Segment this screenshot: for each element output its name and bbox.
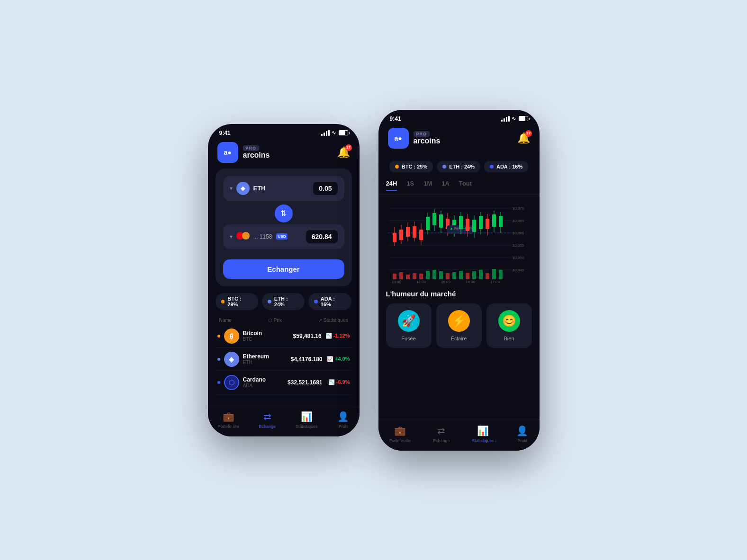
svg-rect-13 [393, 233, 396, 242]
dot-eth-right [442, 165, 446, 169]
col-stats: ↗ Statistiques [318, 318, 348, 323]
left-phone: 9:41 ∿ a● PRO arcoins [208, 124, 360, 436]
nav-echange-left[interactable]: ⇄ Echange [259, 411, 276, 429]
pill-eth-right[interactable]: ETH : 24% [437, 161, 480, 172]
svg-rect-49 [499, 216, 503, 227]
pill-ada-label: ADA : 16% [321, 296, 346, 307]
from-coin-label: ETH [253, 185, 266, 192]
from-amount[interactable]: 0.05 [313, 182, 337, 195]
table-row[interactable]: ◈ Ethereum ETH $4,4176.180 📈 +4.0% [216, 348, 352, 371]
svg-rect-17 [406, 227, 410, 237]
to-currency-row[interactable]: ▾ ... 1158 USD 620.84 [223, 224, 344, 249]
tab-1s[interactable]: 1S [406, 180, 414, 191]
bitcoin-price: $59,481.16 [284, 333, 322, 339]
nav-portefeuille-right[interactable]: 💼 Portefeuille [389, 425, 411, 443]
battery-icon [339, 130, 348, 135]
wallet-icon: 💼 [223, 411, 234, 422]
app-name-right: arcoins [414, 137, 441, 145]
nav-profil-left[interactable]: 👤 Profil [337, 411, 349, 429]
logo-text-right: PRO arcoins [414, 131, 441, 145]
nav-stats-right[interactable]: 📊 Statistiques [472, 425, 494, 443]
cardano-ticker: ADA [243, 383, 281, 388]
svg-rect-67 [499, 270, 503, 279]
mastercard-icon [236, 232, 250, 241]
logo-area-right: a● PRO arcoins [388, 128, 441, 149]
bitcoin-info: Bitcoin BTC [243, 330, 280, 342]
nav-label-echange: Echange [433, 438, 450, 443]
svg-rect-62 [466, 273, 469, 279]
nav-profil-right[interactable]: 👤 Profil [516, 425, 528, 443]
table-row[interactable]: ₿ Bitcoin BTC $59,481.16 📉 -1.12% [216, 325, 352, 348]
cardano-info: Cardano ADA [243, 376, 281, 388]
svg-rect-52 [399, 272, 403, 279]
svg-rect-55 [419, 274, 423, 279]
table-row[interactable]: ⬡ Cardano ADA $32,521.1681 📉 -6.9% [216, 371, 352, 394]
nav-echange-right[interactable]: ⇄ Echange [433, 425, 450, 443]
mood-card-eclair[interactable]: ⚡ Éclaire [436, 303, 482, 348]
notification-button-left[interactable]: 🔔 17 [337, 146, 350, 159]
tab-1m[interactable]: 1M [423, 180, 432, 191]
pill-eth-label-right: ETH : 24% [449, 164, 475, 169]
pill-btc-right[interactable]: BTC : 29% [389, 161, 433, 172]
bitcoin-ticker: BTC [243, 337, 280, 342]
svg-rect-54 [413, 273, 416, 279]
status-time-left: 9:41 [219, 130, 231, 136]
status-bar-left: 9:41 ∿ [208, 124, 360, 138]
currency-flag: USD [276, 233, 288, 240]
from-currency-row[interactable]: ▾ ◈ ETH 0.05 [223, 176, 344, 201]
ethereum-info: Ethereum ETH [243, 353, 281, 365]
pill-eth[interactable]: ETH : 24% [262, 293, 305, 310]
nav-portefeuille-left[interactable]: 💼 Portefeuille [217, 411, 239, 429]
ethereum-logo: ◈ [224, 352, 239, 367]
svg-rect-61 [459, 271, 463, 279]
svg-rect-41 [472, 220, 476, 232]
svg-rect-66 [492, 269, 496, 279]
status-icons-right: ∿ [501, 116, 528, 122]
nav-stats-left[interactable]: 📊 Statistiques [296, 411, 318, 429]
status-bar-right: 9:41 ∿ [378, 110, 540, 124]
svg-rect-23 [426, 217, 430, 230]
profile-icon-right: 👤 [516, 425, 528, 436]
time-tabs: 24H 1S 1M 1A Tout [378, 176, 540, 195]
tab-24h[interactable]: 24H [386, 180, 397, 191]
svg-rect-59 [446, 273, 450, 279]
pill-btc[interactable]: BTC : 29% [216, 293, 259, 310]
pill-btc-label: BTC : 29% [227, 296, 252, 307]
mood-card-bien[interactable]: 😊 Bien [486, 303, 532, 348]
to-amount[interactable]: 620.84 [306, 230, 338, 243]
dot-ada [314, 300, 318, 303]
pill-eth-label: ETH : 24% [274, 296, 299, 307]
dot-btc-right [395, 165, 399, 169]
crypto-table: Name ⬡ Prix ↗ Statistiques ₿ Bitcoin BTC… [208, 314, 360, 396]
stats-icon-left: 📊 [301, 411, 313, 422]
pro-badge-right: PRO [414, 131, 430, 137]
svg-text:$0,060: $0,060 [513, 231, 524, 235]
exchange-button[interactable]: Echanger [223, 259, 344, 279]
chevron-down-icon: ▾ [230, 185, 233, 192]
pill-ada-right[interactable]: ADA : 16% [484, 161, 528, 172]
stats-icon-right: 📊 [477, 425, 489, 436]
notification-button-right[interactable]: 🔔 17 [517, 132, 530, 144]
bitcoin-logo: ₿ [224, 329, 239, 344]
col-name: Name [219, 318, 232, 323]
eclair-icon: ⚡ [448, 310, 470, 332]
tab-tout[interactable]: Tout [459, 180, 472, 191]
cardano-logo: ⬡ [224, 375, 239, 390]
svg-text:$0,070: $0,070 [513, 206, 524, 211]
mood-cards: 🚀 Fusée ⚡ Éclaire 😊 Bien [386, 303, 532, 348]
battery-icon-right [519, 116, 528, 121]
btc-indicator [217, 335, 220, 338]
svg-text:17:00: 17:00 [490, 280, 500, 284]
market-title: L'humeur du marché [386, 290, 532, 298]
svg-text:13:00: 13:00 [392, 280, 402, 284]
mood-card-fusee[interactable]: 🚀 Fusée [386, 303, 432, 348]
eth-coin-icon: ◈ [236, 182, 250, 195]
pro-badge: PRO [243, 145, 260, 151]
notif-badge-right: 17 [525, 130, 532, 137]
tab-1a[interactable]: 1A [441, 180, 450, 191]
app-header-right: a● PRO arcoins 🔔 17 [378, 124, 540, 154]
pill-ada[interactable]: ADA : 16% [308, 293, 351, 310]
bottom-nav-right: 💼 Portefeuille ⇄ Echange 📊 Statistiques … [378, 420, 540, 451]
logo-icon-right: a● [388, 128, 409, 149]
swap-button[interactable]: ⇅ [275, 204, 293, 222]
